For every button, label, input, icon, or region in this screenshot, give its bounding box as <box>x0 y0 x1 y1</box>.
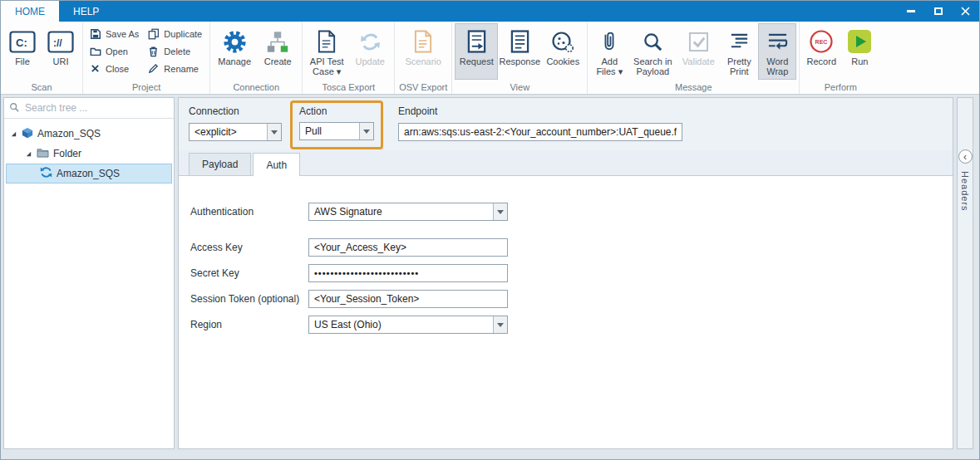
tree: Amazon_SQS Folder Amazon_SQS <box>4 119 174 184</box>
scenario-button[interactable]: Scenario <box>397 23 449 80</box>
word-wrap-button[interactable]: Word Wrap <box>758 23 796 80</box>
secret-key-row: Secret Key <box>190 264 953 282</box>
create-button[interactable]: Create <box>256 23 299 80</box>
region-row: Region US East (Ohio) <box>190 316 953 334</box>
save-as-button[interactable]: Save As <box>86 25 144 42</box>
tree-item-amazon-sqs-service[interactable]: Amazon_SQS <box>6 164 172 184</box>
chevron-left-icon: ‹ <box>963 152 967 162</box>
close-project-button[interactable]: Close <box>86 60 144 77</box>
tree-search-icon <box>9 100 19 115</box>
search-in-payload-button[interactable]: Search in Payload <box>628 23 677 80</box>
manage-gear-icon <box>222 27 248 56</box>
authentication-select[interactable]: AWS Signature <box>308 203 508 221</box>
connection-select[interactable]: <explicit> <box>189 123 282 141</box>
file-button-label: File <box>15 56 30 66</box>
record-button[interactable]: REC Record <box>802 23 840 80</box>
rename-button[interactable]: Rename <box>144 60 207 77</box>
create-label: Create <box>264 56 292 66</box>
tree-item-label: Amazon_SQS <box>37 128 101 139</box>
ribbon: C: File :// URI Scan <box>1 22 979 95</box>
tab-auth[interactable]: Auth <box>253 153 300 176</box>
add-files-button[interactable]: Add Files ▾ <box>590 23 628 80</box>
svg-text:://: :// <box>53 37 62 49</box>
run-button[interactable]: Run <box>840 23 879 80</box>
pretty-print-icon <box>729 27 750 56</box>
request-button[interactable]: Request <box>455 23 498 80</box>
ribbon-group-view: Request Response Cookies View <box>452 22 588 94</box>
pretty-print-button[interactable]: Pretty Print <box>720 23 758 80</box>
open-button[interactable]: Open <box>86 42 144 60</box>
word-wrap-icon <box>766 27 789 56</box>
secret-key-input[interactable] <box>308 264 508 282</box>
close-project-icon <box>89 64 101 73</box>
ribbon-group-scan: C: File :// URI Scan <box>1 22 83 94</box>
authentication-dropdown-arrow-icon[interactable] <box>493 203 507 220</box>
response-button[interactable]: Response <box>498 23 541 80</box>
authentication-row: Authentication AWS Signature <box>190 203 953 221</box>
main-panel: Connection <explicit> Action Pull Endpoi… <box>178 97 953 449</box>
response-label: Response <box>500 56 541 66</box>
cookies-icon <box>551 27 574 56</box>
tree-item-amazon-sqs-root[interactable]: Amazon_SQS <box>6 124 172 144</box>
connection-dropdown-arrow-icon[interactable] <box>267 124 281 140</box>
request-icon <box>467 27 486 56</box>
endpoint-input[interactable] <box>398 123 682 141</box>
tab-payload-label: Payload <box>202 159 238 170</box>
manage-button[interactable]: Manage <box>213 23 256 80</box>
api-test-case-button[interactable]: API Test Case ▾ <box>305 23 348 80</box>
search-icon <box>642 27 664 56</box>
close-button[interactable] <box>952 1 979 22</box>
headers-side-strip: ‹ Headers <box>957 97 973 449</box>
close-icon <box>961 7 970 16</box>
ribbon-group-project-label: Project <box>86 81 207 94</box>
tree-search-input[interactable] <box>23 101 169 115</box>
record-label: Record <box>807 56 836 66</box>
authentication-value: AWS Signature <box>309 203 493 220</box>
ribbon-group-tosca-export-label: Tosca Export <box>305 81 392 94</box>
ribbon-group-project: Save As Open Close <box>83 22 210 94</box>
cookies-button[interactable]: Cookies <box>541 23 584 80</box>
action-select[interactable]: Pull <box>299 122 374 140</box>
uri-button[interactable]: :// URI <box>42 23 80 80</box>
scenario-icon <box>413 27 434 56</box>
record-icon: REC <box>809 27 834 56</box>
duplicate-button[interactable]: Duplicate <box>144 25 207 42</box>
session-token-input[interactable] <box>308 290 508 308</box>
ribbon-group-tosca-export: API Test Case ▾ Update Tosca Export <box>303 22 395 94</box>
run-label: Run <box>851 56 868 66</box>
expander-icon[interactable] <box>9 130 17 138</box>
connection-value: <explicit> <box>190 124 267 140</box>
ribbon-group-message: Add Files ▾ Search in Payload Validate <box>588 22 800 94</box>
ribbon-group-message-label: Message <box>590 81 796 94</box>
access-key-input[interactable] <box>308 238 508 257</box>
region-select[interactable]: US East (Ohio) <box>308 316 508 334</box>
request-label: Request <box>460 56 494 66</box>
svg-text:C:: C: <box>16 37 27 49</box>
open-folder-icon <box>89 46 101 57</box>
ribbon-tab-help[interactable]: HELP <box>59 1 113 22</box>
update-button[interactable]: Update <box>348 23 392 80</box>
maximize-button[interactable] <box>924 1 952 22</box>
endpoint-label: Endpoint <box>398 105 682 117</box>
rename-label: Rename <box>164 64 199 74</box>
tab-strip: Payload Auth <box>179 153 953 175</box>
uri-button-label: URI <box>53 56 69 66</box>
access-key-label: Access Key <box>190 242 308 253</box>
app-window: HOME HELP C: File :// <box>0 0 980 460</box>
action-dropdown-arrow-icon[interactable] <box>359 123 373 139</box>
api-test-case-label: API Test Case ▾ <box>306 56 347 76</box>
ribbon-tab-home[interactable]: HOME <box>1 1 59 22</box>
delete-button[interactable]: Delete <box>144 42 207 60</box>
minimize-button[interactable] <box>897 1 924 22</box>
ribbon-tab-help-label: HELP <box>73 6 99 17</box>
region-dropdown-arrow-icon[interactable] <box>493 316 507 333</box>
ribbon-group-scan-label: Scan <box>3 81 80 94</box>
tree-item-folder[interactable]: Folder <box>6 144 172 164</box>
file-button[interactable]: C: File <box>3 23 42 80</box>
expander-icon[interactable] <box>24 150 32 158</box>
tab-payload[interactable]: Payload <box>189 153 251 175</box>
headers-panel-tab[interactable]: Headers <box>960 171 970 212</box>
validate-button[interactable]: Validate <box>677 23 720 80</box>
expand-headers-button[interactable]: ‹ <box>958 149 973 164</box>
svg-text:REC: REC <box>815 39 828 45</box>
